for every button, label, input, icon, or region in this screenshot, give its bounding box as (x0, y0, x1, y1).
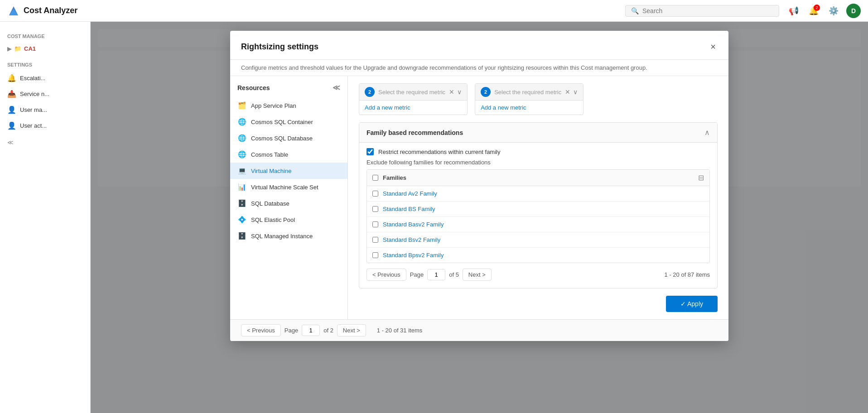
announce-icon[interactable]: 📢 (786, 4, 801, 18)
collapse-resources-icon[interactable]: ≪ (333, 83, 340, 92)
sidebar-item-useractivity[interactable]: 👤 User act... (0, 118, 90, 134)
metric2-bottom: Add a new metric (475, 101, 583, 115)
resources-heading-text: Resources (237, 84, 270, 91)
resource-label-vm-scale-set: Virtual Machine Scale Set (251, 184, 318, 191)
inner-prev-button[interactable]: < Previous (366, 269, 406, 281)
families-table-header: Families ⊟ (367, 170, 709, 186)
search-input[interactable] (642, 7, 773, 14)
family-section-title: Family based recommendations (366, 129, 463, 136)
apply-button-area: ✓ Apply (359, 288, 718, 312)
exclude-label: Exclude following families for recommend… (366, 159, 710, 166)
sidebar-arrow-icon: ▶ (7, 46, 11, 52)
inner-page-label: Page (410, 271, 424, 278)
sidebar-ca-label: CA1 (24, 45, 36, 52)
modal-subtitle: Configure metrics and threshold values f… (230, 60, 728, 76)
families-col-header: Families (372, 174, 406, 181)
sidebar-item-escalation[interactable]: 🔔 Escalati... (0, 70, 90, 86)
resource-label-cosmos-sql-container: Cosmos SQL Container (251, 119, 313, 125)
family-row-2: Standard Basv2 Family (367, 217, 709, 232)
outer-next-button[interactable]: Next > (337, 324, 366, 336)
metric-selector-2: 2 Select the required metric ✕ ∨ (475, 83, 583, 115)
resources-heading: Resources ≪ (230, 83, 347, 97)
settings-icon[interactable]: ⚙️ (826, 4, 841, 18)
family-checkbox-3[interactable] (372, 237, 378, 243)
topbar: Cost Analyzer 🔍 📢 🔔 2 ⚙️ D (0, 0, 868, 22)
resource-app-service-plan[interactable]: 🗂️ App Service Plan (230, 97, 347, 114)
outer-of-label: of 2 (323, 327, 333, 334)
resource-cosmos-sql-database[interactable]: 🌐 Cosmos SQL Database (230, 130, 347, 146)
sidebar-item-ca1[interactable]: ▶ 📁 CA1 (0, 42, 90, 56)
metric1-actions: ✕ ∨ (449, 88, 462, 96)
family-label-4[interactable]: Standard Bpsv2 Family (383, 252, 444, 259)
svg-marker-1 (9, 9, 18, 15)
sidebar-item-label-service: Service n... (20, 91, 49, 97)
family-row-3: Standard Bsv2 Family (367, 232, 709, 248)
family-collapse-icon[interactable]: ∧ (704, 128, 710, 137)
avatar[interactable]: D (846, 4, 861, 18)
family-row-1: Standard BS Family (367, 202, 709, 217)
cosmos-sql-database-icon: 🌐 (237, 134, 246, 143)
outer-page-label: Page (285, 327, 298, 334)
metric2-number: 2 (481, 87, 491, 97)
family-checkbox-2[interactable] (372, 221, 378, 227)
resource-sql-elastic-pool[interactable]: 💠 SQL Elastic Pool (230, 211, 347, 228)
sql-elastic-pool-icon: 💠 (237, 215, 246, 224)
sidebar-item-usermanage[interactable]: 👤 User ma... (0, 102, 90, 118)
metric2-add-link[interactable]: Add a new metric (475, 101, 583, 115)
resource-sql-managed-instance[interactable]: 🗄️ SQL Managed Instance (230, 228, 347, 244)
app-title: Cost Analyzer (24, 6, 77, 15)
metric2-placeholder: Select the required metric (494, 89, 561, 96)
family-label-0[interactable]: Standard Av2 Family (383, 190, 437, 197)
family-checkbox-1[interactable] (372, 206, 378, 212)
modal-body: Resources ≪ 🗂️ App Service Plan 🌐 Cosmos… (230, 76, 728, 319)
resource-label-app-service-plan: App Service Plan (251, 102, 296, 109)
resource-sql-database[interactable]: 🗄️ SQL Database (230, 195, 347, 211)
metric1-select-area: Select the required metric (378, 88, 445, 96)
family-label-1[interactable]: Standard BS Family (383, 206, 435, 212)
sidebar-item-label-escalation: Escalati... (20, 75, 45, 82)
outer-prev-button[interactable]: < Previous (241, 324, 281, 336)
search-box[interactable]: 🔍 (625, 5, 779, 17)
restrict-checkbox[interactable] (366, 148, 374, 155)
inner-of-label: of 5 (449, 271, 459, 278)
family-checkbox-0[interactable] (372, 191, 378, 197)
metric2-expand-icon[interactable]: ∨ (573, 88, 578, 96)
search-icon: 🔍 (631, 7, 639, 14)
sidebar-item-service[interactable]: 📥 Service n... (0, 86, 90, 102)
resource-vm-scale-set[interactable]: 📊 Virtual Machine Scale Set (230, 179, 347, 195)
notification-icon[interactable]: 🔔 2 (806, 4, 821, 18)
app-logo: Cost Analyzer (7, 5, 77, 17)
metric1-number: 2 (365, 87, 375, 97)
metric1-add-link[interactable]: Add a new metric (359, 101, 467, 115)
main-layout: COST MANAGE ▶ 📁 CA1 SETTINGS 🔔 Escalati.… (0, 22, 868, 413)
modal-close-button[interactable]: × (709, 40, 718, 54)
cosmos-table-icon: 🌐 (237, 150, 246, 159)
inner-page-input[interactable] (427, 269, 445, 280)
sql-database-icon: 🗄️ (237, 199, 246, 208)
family-section: Family based recommendations ∧ Restrict … (359, 122, 718, 288)
resource-label-sql-managed-instance: SQL Managed Instance (251, 233, 313, 240)
family-checkbox-4[interactable] (372, 252, 378, 258)
family-label-2[interactable]: Standard Basv2 Family (383, 221, 444, 228)
vm-scale-set-icon: 📊 (237, 182, 246, 192)
sidebar: COST MANAGE ▶ 📁 CA1 SETTINGS 🔔 Escalati.… (0, 22, 91, 413)
resource-virtual-machine[interactable]: 💻 Virtual Machine (230, 163, 347, 179)
resource-cosmos-sql-container[interactable]: 🌐 Cosmos SQL Container (230, 114, 347, 130)
metric1-clear-icon[interactable]: ✕ (449, 88, 454, 96)
resource-cosmos-table[interactable]: 🌐 Cosmos Table (230, 146, 347, 163)
family-label-3[interactable]: Standard Bsv2 Family (383, 236, 440, 243)
outer-page-input[interactable] (302, 325, 320, 336)
filter-icon[interactable]: ⊟ (698, 173, 704, 182)
inner-prev-label: < Previous (372, 271, 400, 278)
outer-prev-label: < Previous (247, 327, 275, 334)
metric1-expand-icon[interactable]: ∨ (457, 88, 462, 96)
modal-backdrop: Rightsizing settings × Configure metrics… (91, 22, 868, 413)
escalation-icon: 🔔 (7, 74, 16, 82)
apply-button[interactable]: ✓ Apply (666, 296, 718, 312)
sidebar-collapse-btn[interactable]: ≪ (0, 134, 90, 151)
inner-next-button[interactable]: Next > (463, 269, 492, 281)
metric2-clear-icon[interactable]: ✕ (565, 88, 570, 96)
modal-title: Rightsizing settings (241, 42, 318, 52)
families-col-label: Families (383, 174, 406, 181)
select-all-checkbox[interactable] (372, 175, 378, 181)
